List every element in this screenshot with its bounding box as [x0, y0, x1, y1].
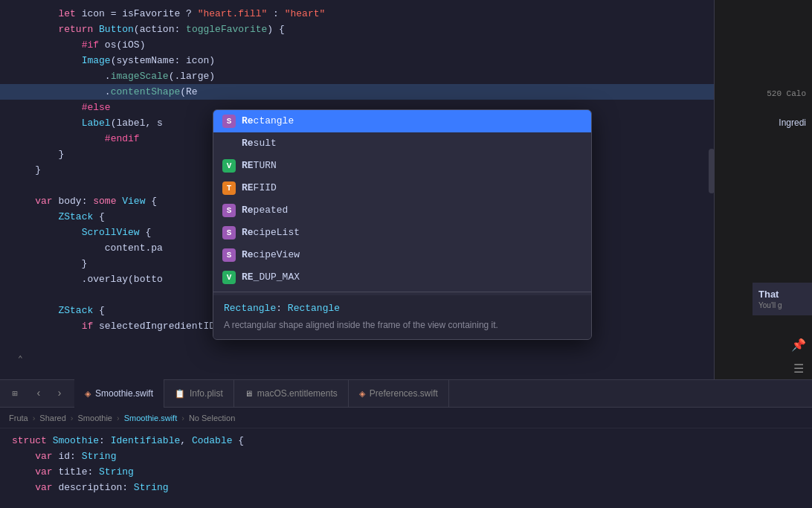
tab-label: Info.plist [190, 388, 223, 399]
tab-label: Preferences.swift [370, 388, 438, 399]
badge-s3: S [222, 226, 236, 239]
badge-s: S [222, 115, 236, 128]
swift-file-icon: ◈ [85, 389, 91, 399]
autocomplete-docs: Rectangle: Rectangle A rectangular shape… [213, 295, 591, 339]
tab-bar-controls: ⊞ ‹ › [0, 385, 74, 402]
badge-s2: S [222, 204, 236, 217]
autocomplete-item-recipeview[interactable]: S RecipeView [213, 244, 591, 266]
list-icon[interactable]: ☰ [788, 359, 809, 379]
code-line: return Button(action: toggleFavorite) { [0, 22, 714, 37]
autocomplete-separator [213, 292, 591, 292]
tab-smoothie-swift[interactable]: ◈ Smoothie.swift [74, 379, 164, 408]
code-line-highlighted: .contentShape(Re [0, 84, 714, 100]
breadcrumb-sep3: › [117, 414, 120, 422]
breadcrumb-item-shared[interactable]: Shared [39, 414, 65, 422]
badge-v2: V [222, 271, 236, 284]
autocomplete-docs-title: Rectangle: Rectangle [224, 303, 581, 314]
right-panel: 520 Calo Ingredi That You'll g [714, 0, 812, 379]
autocomplete-item-repeated[interactable]: S Repeated [213, 199, 591, 222]
tab-nav-forward-button[interactable]: › [51, 385, 68, 402]
expand-indicator[interactable]: ⌃ [18, 354, 23, 364]
autocomplete-item-recipelist[interactable]: S RecipeList [213, 222, 591, 244]
breadcrumb-bar: Fruta › Shared › Smoothie › Smoothie.swi… [0, 408, 812, 428]
swift-file-icon2: ◈ [359, 389, 365, 399]
breadcrumb-sep: › [33, 414, 36, 422]
pin-icon[interactable]: 📌 [788, 335, 809, 356]
code-line: var description: String [0, 480, 812, 495]
code-line: #if os(iOS) [0, 37, 714, 53]
badge-t: T [222, 181, 236, 195]
tab-label: macOS.entitlements [257, 388, 338, 399]
code-line: let icon = isFavorite ? "heart.fill" : "… [0, 6, 714, 22]
autocomplete-item-result[interactable]: Result [213, 132, 591, 155]
calories-text: 520 Calo [767, 89, 806, 98]
autocomplete-item-return[interactable]: V RETURN [213, 155, 591, 177]
badge-v: V [222, 159, 236, 173]
tab-label: Smoothie.swift [95, 388, 153, 399]
badge-s4: S [222, 248, 236, 262]
bottom-code-editor[interactable]: struct Smoothie: Identifiable, Codable {… [0, 428, 812, 508]
breadcrumb-item-smoothie-file[interactable]: Smoothie.swift [124, 414, 178, 422]
tab-bar: ⊞ ‹ › ◈ Smoothie.swift 📋 Info.plist 🖥 ma… [0, 379, 812, 408]
autocomplete-item-rectangle[interactable]: S Rectangle [213, 110, 591, 132]
grid-view-button[interactable]: ⊞ [6, 385, 24, 402]
scroll-indicator [709, 149, 715, 193]
breadcrumb-sep2: › [71, 414, 74, 422]
right-icons-group: 📌 ☰ [788, 335, 809, 379]
tab-info-plist[interactable]: 📋 Info.plist [164, 379, 234, 408]
that-sub: You'll g [758, 301, 806, 309]
autocomplete-dropdown[interactable]: S Rectangle Result V RETURN T REFIID S R… [213, 109, 592, 340]
autocomplete-item-redup[interactable]: V RE_DUP_MAX [213, 266, 591, 289]
tab-preferences-swift[interactable]: ◈ Preferences.swift [349, 379, 449, 408]
that-box: That You'll g [753, 283, 812, 315]
code-line: Image(systemName: icon) [0, 53, 714, 68]
breadcrumb-item-fruta[interactable]: Fruta [9, 414, 28, 422]
autocomplete-docs-description: A rectangular shape aligned inside the f… [224, 318, 581, 332]
code-line: var title: String [0, 464, 812, 480]
ingredients-text: Ingredi [779, 118, 806, 128]
entitlements-file-icon: 🖥 [245, 389, 253, 398]
tab-nav-back-button[interactable]: ‹ [30, 385, 48, 402]
that-title: That [758, 289, 806, 300]
breadcrumb-item-no-selection: No Selection [189, 414, 235, 422]
breadcrumb-sep4: › [181, 414, 184, 422]
breadcrumb-item-smoothie-folder[interactable]: Smoothie [78, 414, 112, 422]
autocomplete-item-refiid[interactable]: T REFIID [213, 177, 591, 199]
code-line: struct Smoothie: Identifiable, Codable { [0, 433, 812, 448]
tab-macos-entitlements[interactable]: 🖥 macOS.entitlements [234, 379, 349, 408]
code-line: .imageScale(.large) [0, 68, 714, 84]
code-line: var id: String [0, 448, 812, 464]
plist-file-icon: 📋 [175, 389, 185, 399]
tabs-container: ◈ Smoothie.swift 📋 Info.plist 🖥 macOS.en… [74, 379, 449, 408]
